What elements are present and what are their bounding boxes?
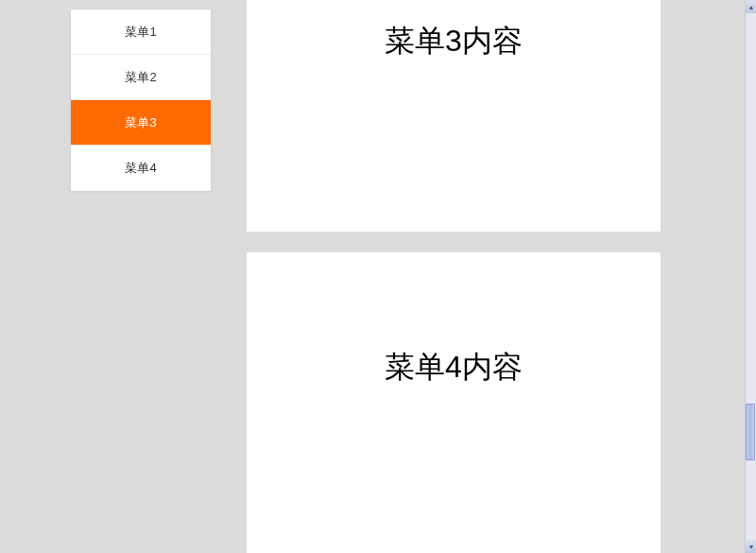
vertical-scrollbar[interactable]: ▲ ▼: [745, 0, 756, 553]
page-viewport: 菜单1 菜单2 菜单3 菜单4 菜单3内容 菜单4内容: [0, 0, 745, 553]
menu-item-4[interactable]: 菜单4: [71, 146, 211, 191]
content-panel-title: 菜单4内容: [385, 350, 523, 384]
content-panel-4: 菜单4内容: [247, 252, 661, 553]
menu-item-1[interactable]: 菜单1: [71, 9, 211, 55]
scroll-up-arrow-icon[interactable]: ▲: [746, 0, 756, 13]
scroll-down-arrow-icon[interactable]: ▼: [746, 540, 756, 553]
sidebar-menu: 菜单1 菜单2 菜单3 菜单4: [71, 9, 211, 191]
menu-item-3[interactable]: 菜单3: [71, 100, 211, 146]
content-area: 菜单3内容 菜单4内容: [247, 0, 661, 553]
scroll-thumb[interactable]: [746, 404, 755, 460]
content-panel-3: 菜单3内容: [247, 0, 661, 232]
menu-item-2[interactable]: 菜单2: [71, 55, 211, 100]
content-panel-title: 菜单3内容: [385, 24, 523, 58]
